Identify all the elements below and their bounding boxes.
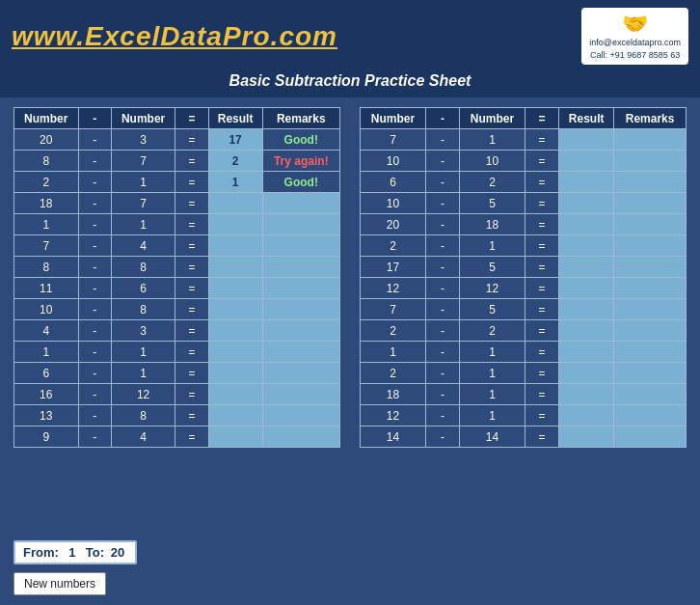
left-result (208, 193, 262, 214)
right-n2: 1 (460, 405, 525, 426)
right-col-number2: Number (460, 108, 525, 129)
right-n1: 1 (361, 342, 426, 363)
right-n1: 18 (361, 384, 426, 405)
left-table: Number - Number = Result Remarks 20 - 3 … (13, 107, 340, 448)
left-n2: 12 (111, 384, 175, 405)
right-table-row: 14 - 14 = (361, 426, 687, 448)
right-eq: = (525, 342, 559, 363)
left-eq: = (175, 342, 208, 363)
left-eq: = (175, 214, 208, 235)
left-n2: 1 (111, 214, 175, 235)
left-result (208, 235, 262, 257)
left-table-row: 7 - 4 = (14, 235, 340, 257)
left-n1: 11 (14, 278, 79, 299)
right-remark (614, 299, 687, 320)
left-n1: 7 (14, 235, 79, 257)
left-result (208, 384, 262, 405)
right-n1: 20 (361, 214, 426, 235)
left-remark (262, 342, 339, 363)
subtitle-bar: Basic Subtraction Practice Sheet (0, 69, 700, 97)
main-content: Number - Number = Result Remarks 20 - 3 … (0, 97, 700, 533)
left-n1: 4 (14, 320, 79, 342)
left-result (208, 320, 262, 342)
left-minus: - (78, 363, 111, 384)
left-result (208, 342, 262, 363)
left-table-row: 20 - 3 = 17 Good! (14, 129, 340, 151)
right-remark (614, 320, 687, 342)
right-result (559, 129, 614, 151)
right-table-row: 10 - 5 = (361, 193, 687, 214)
right-result (559, 151, 614, 172)
right-minus: - (426, 172, 460, 193)
left-n2: 8 (111, 257, 175, 278)
right-col-number1: Number (361, 108, 426, 129)
left-minus: - (78, 299, 111, 320)
right-minus: - (426, 405, 460, 426)
right-remark (614, 257, 687, 278)
left-result: 2 (208, 151, 262, 172)
left-n1: 20 (14, 129, 79, 151)
left-remark (262, 384, 339, 405)
right-minus: - (426, 214, 460, 235)
right-table-row: 6 - 2 = (361, 172, 687, 193)
right-eq: = (525, 426, 559, 448)
right-eq: = (525, 363, 559, 384)
right-eq: = (525, 235, 559, 257)
left-table-section: Number - Number = Result Remarks 20 - 3 … (13, 107, 340, 523)
left-table-row: 8 - 7 = 2 Try again! (14, 151, 340, 172)
right-minus: - (426, 299, 460, 320)
right-n2: 1 (460, 235, 525, 257)
left-col-number2: Number (111, 108, 175, 129)
right-table-row: 2 - 2 = (361, 320, 687, 342)
right-table-section: Number - Number = Result Remarks 7 - 1 =… (360, 107, 687, 523)
right-remark (614, 214, 687, 235)
left-col-remarks: Remarks (262, 108, 339, 129)
right-result (559, 299, 614, 320)
right-minus: - (426, 257, 460, 278)
left-eq: = (175, 172, 208, 193)
left-table-row: 11 - 6 = (14, 278, 340, 299)
left-table-row: 16 - 12 = (14, 384, 340, 405)
header: www.ExcelDataPro.com 🤝 info@exceldatapro… (0, 0, 700, 69)
left-eq: = (175, 426, 208, 448)
left-result (208, 214, 262, 235)
left-n2: 4 (111, 235, 175, 257)
left-n2: 8 (111, 405, 175, 426)
right-n2: 14 (460, 426, 525, 448)
left-eq: = (175, 384, 208, 405)
left-eq: = (175, 235, 208, 257)
left-col-minus: - (78, 108, 111, 129)
left-remark (262, 235, 339, 257)
left-n1: 1 (14, 214, 79, 235)
right-eq: = (525, 193, 559, 214)
left-minus: - (78, 405, 111, 426)
right-remark (614, 426, 687, 448)
right-n2: 5 (460, 299, 525, 320)
right-n2: 1 (460, 384, 525, 405)
right-result (559, 342, 614, 363)
left-n2: 6 (111, 278, 175, 299)
left-n2: 4 (111, 426, 175, 448)
left-eq: = (175, 257, 208, 278)
right-remark (614, 151, 687, 172)
new-numbers-button[interactable]: New numbers (13, 572, 106, 595)
left-table-row: 1 - 1 = (14, 214, 340, 235)
left-table-row: 4 - 3 = (14, 320, 340, 342)
right-n1: 2 (361, 320, 426, 342)
left-result: 17 (208, 129, 262, 151)
left-remark: Try again! (262, 151, 339, 172)
right-table: Number - Number = Result Remarks 7 - 1 =… (360, 107, 687, 448)
left-result (208, 257, 262, 278)
left-eq: = (175, 299, 208, 320)
right-table-row: 7 - 5 = (361, 299, 687, 320)
right-result (559, 363, 614, 384)
right-n2: 5 (460, 193, 525, 214)
left-minus: - (78, 151, 111, 172)
right-col-remarks: Remarks (614, 108, 687, 129)
from-value: 1 (63, 545, 82, 560)
right-n1: 2 (361, 235, 426, 257)
left-n1: 1 (14, 342, 79, 363)
right-n1: 14 (361, 426, 426, 448)
right-result (559, 214, 614, 235)
right-eq: = (525, 320, 559, 342)
